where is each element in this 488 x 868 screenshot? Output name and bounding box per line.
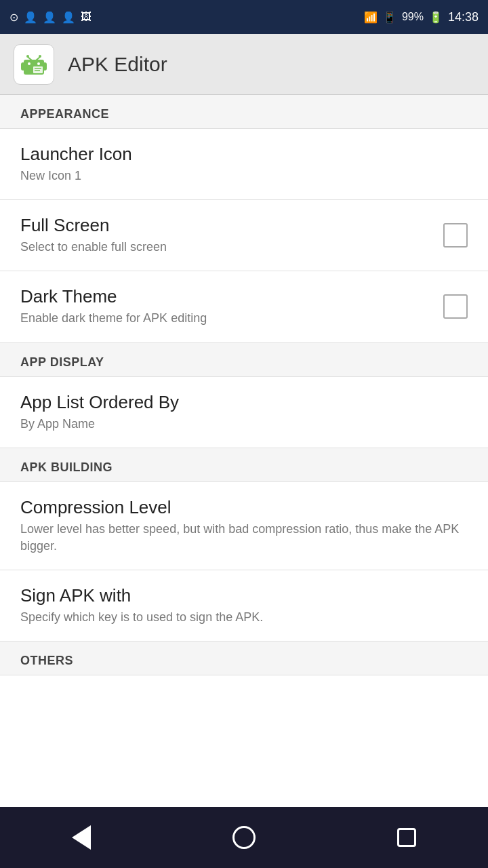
nav-home-button[interactable]	[224, 817, 264, 858]
status-time: 14:38	[448, 10, 479, 24]
launcher-icon-title: Launcher Icon	[20, 144, 468, 165]
section-header-app-display: APP DISPLAY	[0, 343, 488, 377]
battery-level: 99%	[402, 11, 424, 23]
battery-icon: 🔋	[429, 11, 443, 24]
circle-icon: ⊙	[9, 11, 18, 24]
dark-theme-content: Dark Theme Enable dark theme for APK edi…	[20, 286, 430, 327]
svg-point-3	[28, 62, 30, 65]
list-item-dark-theme[interactable]: Dark Theme Enable dark theme for APK edi…	[0, 271, 488, 342]
face-icon3: 👤	[62, 11, 75, 24]
svg-point-4	[37, 62, 40, 65]
sign-apk-content: Sign APK with Specify which key is to us…	[20, 585, 468, 626]
full-screen-content: Full Screen Select to enable full screen	[20, 215, 430, 256]
bottom-nav	[0, 807, 488, 868]
nav-recent-button[interactable]	[386, 817, 427, 858]
image-icon: 🖼	[81, 11, 92, 23]
list-item-app-list-ordered[interactable]: App List Ordered By By App Name	[0, 377, 488, 448]
face-icon2: 👤	[43, 11, 56, 24]
svg-rect-9	[33, 66, 43, 73]
full-screen-checkbox[interactable]	[443, 223, 468, 248]
section-label-appearance: APPEARANCE	[20, 107, 109, 121]
svg-rect-2	[43, 62, 47, 71]
svg-point-8	[39, 55, 41, 58]
section-label-app-display: APP DISPLAY	[20, 355, 104, 369]
section-header-apk-building: APK BUILDING	[0, 448, 488, 482]
compression-level-content: Compression Level Lower level has better…	[20, 497, 468, 555]
app-title: APK Editor	[68, 53, 167, 76]
list-item-launcher-icon[interactable]: Launcher Icon New Icon 1	[0, 129, 488, 200]
section-label-apk-building: APK BUILDING	[20, 460, 113, 474]
back-icon	[72, 825, 91, 850]
signal-icon: 📱	[383, 11, 396, 24]
list-item-full-screen[interactable]: Full Screen Select to enable full screen	[0, 200, 488, 271]
dark-theme-subtitle: Enable dark theme for APK editing	[20, 310, 430, 327]
dark-theme-checkbox[interactable]	[443, 294, 468, 319]
home-icon	[232, 826, 256, 849]
compression-level-subtitle: Lower level has better speed, but with b…	[20, 521, 468, 555]
sign-apk-subtitle: Specify which key is to used to sign the…	[20, 609, 468, 626]
list-item-sign-apk[interactable]: Sign APK with Specify which key is to us…	[0, 570, 488, 642]
svg-point-7	[26, 55, 29, 58]
app-list-ordered-subtitle: By App Name	[20, 416, 468, 433]
compression-level-title: Compression Level	[20, 497, 468, 518]
full-screen-title: Full Screen	[20, 215, 430, 236]
content-area: APPEARANCE Launcher Icon New Icon 1 Full…	[0, 95, 488, 807]
app-bar: APK Editor	[0, 34, 488, 95]
app-list-ordered-title: App List Ordered By	[20, 392, 468, 413]
status-bar-left: ⊙ 👤 👤 👤 🖼	[9, 11, 92, 24]
section-header-others: OTHERS	[0, 642, 488, 675]
sign-apk-title: Sign APK with	[20, 585, 468, 606]
section-label-others: OTHERS	[20, 654, 73, 667]
status-bar-right: 📶 📱 99% 🔋 14:38	[364, 10, 479, 24]
launcher-icon-content: Launcher Icon New Icon 1	[20, 144, 468, 184]
launcher-icon-subtitle: New Icon 1	[20, 167, 468, 184]
wifi-icon: 📶	[364, 11, 378, 24]
section-header-appearance: APPEARANCE	[0, 95, 488, 129]
face-icon1: 👤	[24, 11, 37, 24]
full-screen-subtitle: Select to enable full screen	[20, 239, 430, 256]
dark-theme-title: Dark Theme	[20, 286, 430, 307]
nav-back-button[interactable]	[61, 817, 102, 858]
svg-rect-1	[21, 62, 25, 71]
list-item-compression-level[interactable]: Compression Level Lower level has better…	[0, 482, 488, 570]
app-icon	[14, 44, 54, 85]
recent-icon	[397, 828, 416, 847]
app-list-ordered-content: App List Ordered By By App Name	[20, 392, 468, 433]
status-bar: ⊙ 👤 👤 👤 🖼 📶 📱 99% 🔋 14:38	[0, 0, 488, 34]
